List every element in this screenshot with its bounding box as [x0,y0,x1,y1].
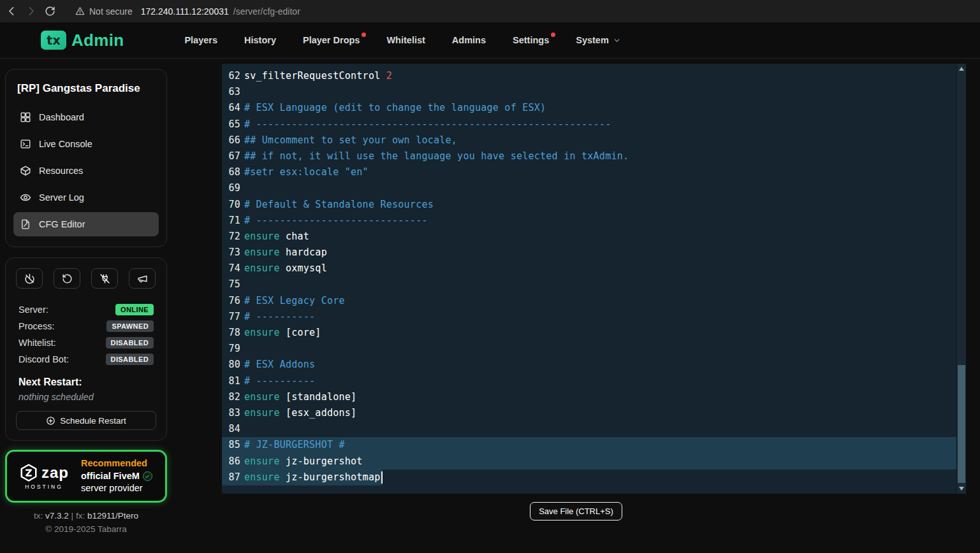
code-line-70[interactable]: 70# Default & Standalone Resources [222,197,966,213]
stop-server-button[interactable] [16,268,43,289]
code-line-74[interactable]: 74ensure oxmysql [222,261,966,276]
line-number: 85 [222,437,244,453]
line-number: 64 [222,100,244,116]
cfg-editor[interactable]: 62sv_filterRequestControl 26364# ESX Lan… [222,64,966,494]
code-line-80[interactable]: 80# ESX Addons [222,357,966,373]
code-line-72[interactable]: 72ensure chat [222,229,966,245]
nav-item-settings[interactable]: Settings [513,35,549,45]
schedule-restart-button[interactable]: Schedule Restart [16,411,156,430]
warning-triangle-icon [75,6,85,16]
sidebar-item-label: Live Console [39,139,92,149]
sidebar-item-resources[interactable]: Resources [13,159,159,183]
code-text: # ---------- [244,373,315,389]
server-menu-card: [RP] Gangstas Paradise DashboardLive Con… [5,69,167,247]
code-line-65[interactable]: 65# ------------------------------------… [222,117,966,133]
line-number: 62 [222,68,244,84]
line-number: 81 [222,373,244,389]
line-number: 80 [222,357,244,373]
code-line-76[interactable]: 76# ESX Legacy Core [222,293,966,309]
code-content: 62sv_filterRequestControl 26364# ESX Lan… [222,64,966,485]
address-bar[interactable]: Not secure 172.240.111.12:20031/server/c… [75,6,300,17]
line-number: 72 [222,229,244,245]
dashboard-icon [20,111,31,123]
scroll-down-arrow-icon[interactable] [959,487,964,491]
server-controls-card: Server:ONLINEProcess:SPAWNEDWhitelist:DI… [5,257,167,441]
code-text: ## Umcomment to set your own locale, [244,133,457,148]
zap-banner-text: Recommended official FiveM server provid… [81,457,152,495]
nav-item-whitelist[interactable]: Whitelist [386,35,425,45]
fx-version-value: b12911/Ptero [87,511,138,521]
save-file-button[interactable]: Save File (CTRL+S) [530,502,622,521]
back-icon[interactable] [6,6,17,17]
sidebar-item-live-console[interactable]: Live Console [13,132,159,156]
sidebar-item-label: CFG Editor [39,219,85,229]
line-number: 84 [222,421,244,437]
code-line-63[interactable]: 63 [222,84,966,100]
zap-hosting-banner[interactable]: zap HOSTING Recommended official FiveM s… [5,450,167,503]
line-number: 87 [222,470,244,485]
restart-server-button[interactable] [54,268,80,289]
nav-item-history[interactable]: History [244,35,276,45]
code-line-85[interactable]: 85# JZ-BURGERSHOT # [222,437,966,453]
nav-item-system[interactable]: System [576,35,621,45]
code-line-62[interactable]: 62sv_filterRequestControl 2 [222,68,966,84]
server-control-buttons [16,268,156,289]
scroll-up-arrow-icon[interactable] [959,67,964,71]
code-line-73[interactable]: 73ensure hardcap [222,245,966,261]
notification-dot [362,32,366,37]
sidebar-footer: tx: v7.3.2 | fx: b12911/Ptero © 2019-202… [5,511,167,534]
announcement-button[interactable] [129,268,156,289]
kick-all-button[interactable] [91,268,118,289]
code-line-83[interactable]: 83ensure [esx_addons] [222,405,966,421]
scrollbar-thumb[interactable] [958,365,965,484]
nav-item-players[interactable]: Players [184,35,217,45]
code-line-78[interactable]: 78ensure [core] [222,325,966,341]
code-line-64[interactable]: 64# ESX Language (edit to change the lan… [222,100,966,116]
url-host: 172.240.111.12:20031 [141,6,229,17]
code-line-69[interactable]: 69 [222,180,966,196]
status-badge: DISABLED [106,337,154,348]
nav-item-admins[interactable]: Admins [452,35,486,45]
code-text: # ESX Addons [244,357,315,373]
code-line-67[interactable]: 67## if not, it will use the language yo… [222,148,966,164]
server-status-list: Server:ONLINEProcess:SPAWNEDWhitelist:DI… [13,301,159,368]
app-header: tx Admin PlayersHistoryPlayer DropsWhite… [0,22,980,59]
code-line-79[interactable]: 79 [222,341,966,357]
url-path: /server/cfg-editor [233,6,300,17]
status-badge: DISABLED [106,354,154,365]
main-nav: PlayersHistoryPlayer DropsWhitelistAdmin… [184,35,620,45]
sidebar-item-dashboard[interactable]: Dashboard [13,105,159,129]
code-line-84[interactable]: 84 [222,421,966,437]
line-number: 63 [222,84,244,100]
status-label: Discord Bot: [18,354,69,364]
sidebar-item-cfg-editor[interactable]: CFG Editor [13,212,159,236]
line-number: 70 [222,197,244,213]
sidebar-item-server-log[interactable]: Server Log [13,185,159,210]
plus-circle-icon [46,416,55,426]
editor-scrollbar[interactable] [956,64,966,494]
txadmin-logo-icon: tx [41,31,66,50]
nav-item-label: History [244,35,276,45]
line-number: 73 [222,245,244,261]
code-line-87[interactable]: 87ensure jz-burgershotmap [222,470,966,485]
code-line-71[interactable]: 71# ----------------------------- [222,213,966,229]
power-off-icon [24,273,35,284]
forward-icon[interactable] [26,6,36,17]
schedule-restart-label: Schedule Restart [60,416,126,426]
code-line-82[interactable]: 82ensure [standalone] [222,389,966,405]
code-line-68[interactable]: 68#setr esx:locale "en" [222,164,966,180]
txadmin-logo[interactable]: tx Admin [41,31,124,50]
nav-item-player-drops[interactable]: Player Drops [303,35,360,45]
status-row-process: Process:SPAWNED [13,318,159,334]
sidebar-item-label: Resources [39,166,83,176]
code-line-77[interactable]: 77# ---------- [222,309,966,325]
code-line-86[interactable]: 86ensure jz-burgershot [222,454,966,470]
code-line-66[interactable]: 66## Umcomment to set your own locale, [222,133,966,148]
version-separator: | [71,511,74,521]
plug-slash-icon [99,273,110,284]
zap-hexagon-icon [19,463,38,482]
code-text: ensure hardcap [244,245,327,261]
reload-icon[interactable] [45,6,55,17]
code-line-81[interactable]: 81# ---------- [222,373,966,389]
code-line-75[interactable]: 75 [222,276,966,292]
